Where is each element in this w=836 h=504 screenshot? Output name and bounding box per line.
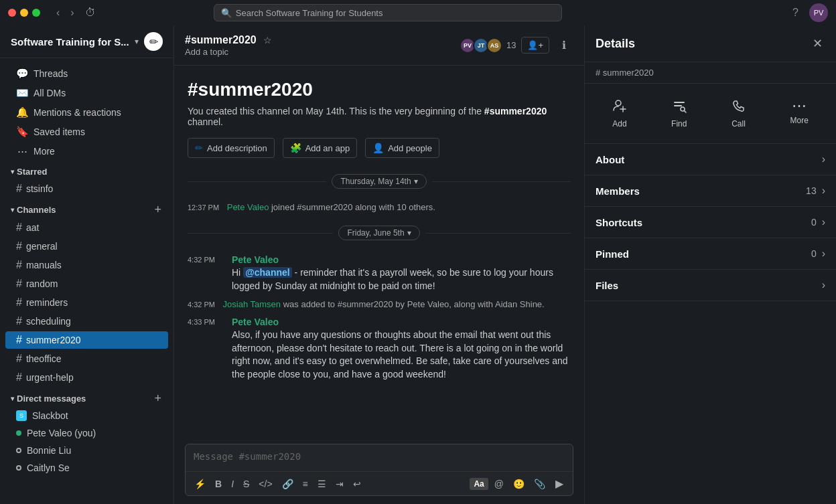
indent-button[interactable]: ⇥ xyxy=(332,476,347,492)
minimize-traffic-light[interactable] xyxy=(20,9,28,17)
dm-section-header[interactable]: ▾ Direct messages + xyxy=(0,387,173,407)
link-button[interactable]: 🔗 xyxy=(279,476,297,492)
msg2-mention[interactable]: @channel xyxy=(243,267,292,278)
channel-label-reminders: reminders xyxy=(26,297,68,308)
channel-item-random[interactable]: # random xyxy=(5,275,168,292)
channel-item-scheduling[interactable]: # scheduling xyxy=(5,313,168,330)
channel-item-urgent-help[interactable]: # urgent-help xyxy=(5,369,168,386)
sidebar-item-threads[interactable]: 💬 Threads xyxy=(5,64,168,83)
info-button[interactable]: ℹ xyxy=(555,36,573,55)
dm-item-slackbot[interactable]: S Slackbot xyxy=(5,408,168,424)
system-message-3: 4:32 PM Josiah Tamsen was added to #summ… xyxy=(188,297,571,312)
bold-button[interactable]: B xyxy=(212,476,225,492)
back-button[interactable]: ‹ xyxy=(51,4,65,21)
channel-item-theoffice[interactable]: # theoffice xyxy=(5,350,168,367)
channel-item-aat[interactable]: # aat xyxy=(5,219,168,236)
close-traffic-light[interactable] xyxy=(8,9,16,17)
details-section-members[interactable]: Members 13 › xyxy=(585,175,836,207)
details-section-about[interactable]: About › xyxy=(585,144,836,175)
puzzle-icon: 🧩 xyxy=(290,143,301,153)
ordered-list-button[interactable]: ≡ xyxy=(299,476,311,492)
status-online-icon xyxy=(16,430,21,436)
history-button[interactable]: ⏱ xyxy=(80,4,101,21)
files-title: Files xyxy=(596,280,817,291)
workspace-name: Software Training for S... xyxy=(11,36,133,48)
code-button[interactable]: </> xyxy=(255,476,275,492)
lightning-button[interactable]: ⚡ xyxy=(191,476,209,492)
add-member-button[interactable]: 👤+ xyxy=(521,37,549,54)
member-count[interactable]: 13 xyxy=(506,40,516,50)
channel-label-summer2020: summer2020 xyxy=(26,335,81,345)
strikethrough-button[interactable]: S xyxy=(240,476,253,492)
channel-star-icon[interactable]: ☆ xyxy=(263,35,272,46)
channel-item-general[interactable]: # general xyxy=(5,238,168,255)
font-size-button[interactable]: Aa xyxy=(470,478,488,490)
threads-icon: 💬 xyxy=(16,68,28,80)
dm-item-caitlyn-se[interactable]: Caitlyn Se xyxy=(5,460,168,476)
detail-add-button[interactable]: Add xyxy=(604,94,635,133)
svg-rect-4 xyxy=(674,105,682,106)
sidebar-item-more[interactable]: ⋯ More xyxy=(5,142,168,161)
add-channel-button[interactable]: + xyxy=(153,203,163,216)
message-input[interactable] xyxy=(186,444,573,469)
details-section-pinned[interactable]: Pinned 0 › xyxy=(585,238,836,270)
italic-button[interactable]: I xyxy=(228,476,237,492)
channel-label-scheduling: scheduling xyxy=(26,316,71,327)
add-dm-button[interactable]: + xyxy=(153,392,163,404)
hash-icon-random: # xyxy=(16,278,22,290)
sidebar-item-all-dms[interactable]: ✉️ All DMs xyxy=(5,84,168,102)
intro-text-bold: #summer2020 xyxy=(484,106,547,116)
add-people-button[interactable]: 👤 Add people xyxy=(365,138,439,158)
help-button[interactable]: ? xyxy=(787,4,804,21)
date-pill-1[interactable]: Thursday, May 14th ▾ xyxy=(332,174,426,189)
detail-find-button[interactable]: Find xyxy=(663,94,695,133)
dm-item-pete-valeo[interactable]: Pete Valeo (you) xyxy=(5,425,168,441)
message-input-area: ⚡ B I S </> 🔗 ≡ ☰ ⇥ ↩ Aa @ 🙂 📎 ▶ xyxy=(174,438,584,504)
maximize-traffic-light[interactable] xyxy=(32,9,40,17)
member-avatars[interactable]: PV JT AS 13 xyxy=(460,37,516,54)
forward-button[interactable]: › xyxy=(65,4,79,21)
channel-item-manuals[interactable]: # manuals xyxy=(5,256,168,274)
channels-section-header[interactable]: ▾ Channels + xyxy=(0,198,173,218)
hash-icon-urgent-help: # xyxy=(16,371,22,384)
send-button[interactable]: ▶ xyxy=(551,475,567,493)
user-avatar[interactable]: PV xyxy=(809,3,828,22)
files-chevron-icon: › xyxy=(822,279,825,291)
unordered-list-button[interactable]: ☰ xyxy=(314,476,330,492)
details-section-files[interactable]: Files › xyxy=(585,270,836,301)
messages-area[interactable]: #summer2020 You created this channel on … xyxy=(174,66,584,438)
detail-call-button[interactable]: Call xyxy=(723,94,754,133)
msg1-text: joined #summer2020 along with 10 others. xyxy=(271,202,435,212)
channel-item-summer2020[interactable]: # summer2020 xyxy=(5,331,168,349)
starred-section-header[interactable]: ▾ Starred xyxy=(0,161,173,179)
search-bar[interactable]: 🔍 Search Software Training for Students xyxy=(214,4,562,21)
add-description-button[interactable]: ✏ Add description xyxy=(188,138,275,158)
intro-text-1: You created this channel on May 14th. Th… xyxy=(188,106,547,127)
status-away-icon-caitlyn xyxy=(16,465,21,471)
detail-more-button[interactable]: ⋯ More xyxy=(782,94,817,133)
emoji-button[interactable]: 🙂 xyxy=(510,476,528,492)
undo-button[interactable]: ↩ xyxy=(350,476,364,492)
date-pill-2[interactable]: Friday, June 5th ▾ xyxy=(338,226,419,240)
titlebar: ‹ › ⏱ 🔍 Search Software Training for Stu… xyxy=(0,0,836,25)
compose-button[interactable]: ✏ xyxy=(144,32,163,51)
sidebar-item-mentions[interactable]: 🔔 Mentions & reactions xyxy=(5,103,168,122)
details-section-shortcuts[interactable]: Shortcuts 0 › xyxy=(585,207,836,238)
details-close-button[interactable]: ✕ xyxy=(810,35,825,52)
members-chevron-icon: › xyxy=(822,185,825,197)
details-actions: Add Find Ca xyxy=(585,84,836,144)
channel-title: #summer2020 xyxy=(185,34,257,46)
channel-item-reminders[interactable]: # reminders xyxy=(5,294,168,311)
add-app-button[interactable]: 🧩 Add an app xyxy=(283,138,358,158)
mention-button[interactable]: @ xyxy=(491,476,507,492)
msg1-timestamp: 12:37 PM xyxy=(188,203,219,212)
channel-topic[interactable]: Add a topic xyxy=(185,47,272,57)
attachment-button[interactable]: 📎 xyxy=(531,476,549,492)
workspace-header[interactable]: Software Training for S... ▾ ✏ xyxy=(0,25,173,58)
dm-item-bonnie-liu[interactable]: Bonnie Liu xyxy=(5,442,168,458)
shortcuts-chevron-icon: › xyxy=(822,216,825,228)
sidebar-item-saved[interactable]: 🔖 Saved items xyxy=(5,122,168,141)
channel-item-stsinfo[interactable]: # stsinfo xyxy=(5,180,168,197)
msg4-author: Pete Valeo xyxy=(232,317,279,327)
channel-header: #summer2020 ☆ Add a topic PV JT AS xyxy=(174,25,584,66)
